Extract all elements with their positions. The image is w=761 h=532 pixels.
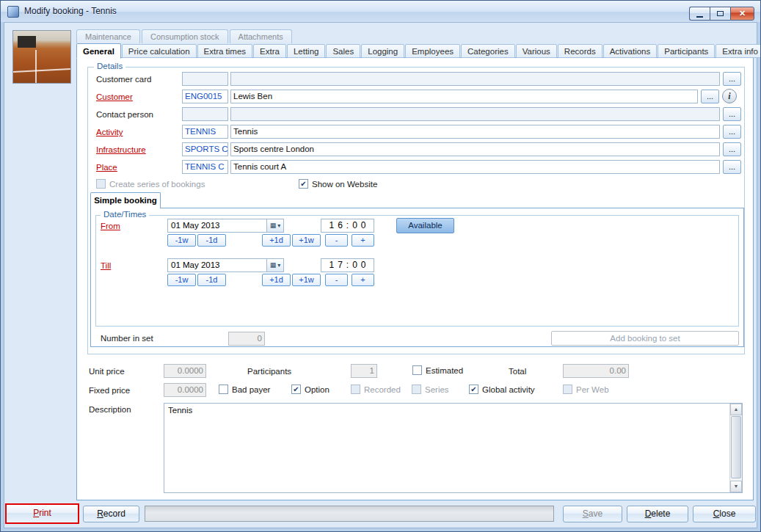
from-plus-hour-button[interactable]: + [352, 234, 374, 247]
add-booking-to-set-button[interactable]: Add booking to set [551, 331, 739, 346]
scrollbar-thumb[interactable] [731, 416, 741, 478]
from-minus-hour-button[interactable]: - [325, 234, 348, 247]
option-label: Option [305, 385, 329, 394]
till-minus-day-button[interactable]: -1d [197, 274, 226, 286]
contact-person-label: Contact person [96, 110, 153, 119]
check-icon: ✔ [293, 385, 299, 393]
scroll-down-icon[interactable]: ▼ [730, 481, 742, 492]
customer-card-label: Customer card [96, 75, 151, 84]
customer-lookup-button[interactable]: ... [701, 90, 719, 103]
till-plus-day-button[interactable]: +1d [262, 274, 291, 286]
photo-detail [35, 50, 37, 84]
bad-payer-checkbox[interactable]: Bad payer [219, 385, 270, 394]
date-times-group-legend: Date/Times [101, 210, 149, 219]
till-plus-week-button[interactable]: +1w [292, 274, 321, 286]
till-calendar-button[interactable]: ▦ ▾ [266, 259, 283, 272]
tab-categories[interactable]: Categories [461, 44, 515, 58]
details-group-legend: Details [94, 62, 125, 70]
from-calendar-button[interactable]: ▦ ▾ [266, 219, 283, 232]
from-minus-week-button[interactable]: -1w [167, 234, 196, 247]
activity-code-field[interactable]: TENNIS [182, 125, 228, 139]
estimated-checkbox[interactable]: Estimated [412, 365, 463, 375]
scroll-up-icon[interactable]: ▲ [730, 404, 742, 415]
tab-participants[interactable]: Participants [658, 44, 715, 58]
infrastructure-label[interactable]: Infrastructure [96, 145, 146, 154]
contact-person-lookup-button[interactable]: ... [723, 107, 741, 121]
customer-value-field[interactable]: Lewis Ben [230, 90, 698, 103]
customer-card-code-field[interactable] [182, 72, 228, 86]
global-activity-checkbox[interactable]: ✔ Global activity [469, 385, 535, 394]
tab-simple-booking[interactable]: Simple booking [90, 192, 161, 208]
tab-activations[interactable]: Activations [603, 44, 658, 58]
place-lookup-button[interactable]: ... [723, 160, 741, 174]
from-date-field[interactable]: 01 May 2013 ▦ ▾ [167, 219, 284, 233]
from-time-field[interactable]: 16:00 [321, 219, 374, 233]
tab-logging[interactable]: Logging [361, 44, 404, 58]
chevron-down-icon: ▾ [277, 263, 280, 269]
checkbox-box: ✔ [469, 385, 478, 394]
close-dialog-button[interactable]: Close [693, 506, 756, 522]
tab-general[interactable]: General [76, 43, 121, 59]
tab-extra-times[interactable]: Extra times [197, 44, 253, 58]
customer-label[interactable]: Customer [96, 92, 133, 101]
place-label[interactable]: Place [96, 163, 117, 172]
record-button[interactable]: Record [83, 506, 139, 522]
from-label[interactable]: From [101, 222, 120, 230]
per-web-checkbox: Per Web [563, 385, 609, 394]
from-minus-day-button[interactable]: -1d [197, 234, 226, 247]
till-time-field[interactable]: 17:00 [321, 258, 374, 272]
customer-card-value-field[interactable] [230, 72, 720, 86]
description-textarea[interactable]: Tennis ▲ ▼ [164, 403, 743, 493]
title-bar[interactable]: Modify booking - Tennis ✕ [1, 1, 760, 22]
window-title: Modify booking - Tennis [24, 6, 117, 16]
infrastructure-value-field[interactable]: Sports centre London [230, 142, 720, 156]
show-on-website-checkbox[interactable]: ✔ Show on Website [299, 179, 377, 189]
tab-maintenance[interactable]: Maintenance [76, 29, 140, 43]
tab-sales[interactable]: Sales [326, 44, 360, 58]
customer-card-lookup-button[interactable]: ... [723, 72, 741, 86]
available-button[interactable]: Available [396, 218, 454, 233]
infrastructure-code-field[interactable]: SPORTS C [182, 142, 228, 156]
estimated-label: Estimated [426, 366, 463, 375]
checkbox-box [219, 385, 228, 394]
till-minus-hour-button[interactable]: - [325, 274, 348, 286]
booking-photo [12, 30, 71, 84]
close-button[interactable]: ✕ [730, 7, 754, 21]
customer-code-field[interactable]: ENG0015 [182, 90, 228, 103]
calendar-icon: ▦ [270, 262, 277, 269]
checkbox-box: ✔ [291, 385, 301, 394]
save-button[interactable]: Save [563, 506, 622, 522]
activity-label[interactable]: Activity [96, 128, 123, 136]
till-plus-hour-button[interactable]: + [352, 274, 374, 286]
option-checkbox[interactable]: ✔ Option [291, 385, 329, 394]
tab-price-calculation[interactable]: Price calculation [122, 44, 197, 58]
tab-consumption-stock[interactable]: Consumption stock [142, 29, 228, 43]
activity-value-field[interactable]: Tennis [230, 125, 720, 139]
from-plus-week-button[interactable]: +1w [292, 234, 321, 247]
place-code-field[interactable]: TENNIS C [182, 160, 228, 174]
tab-extra-info[interactable]: Extra info [716, 44, 761, 58]
place-value-field[interactable]: Tennis court A [230, 160, 720, 174]
activity-lookup-button[interactable]: ... [723, 125, 741, 139]
tab-extra[interactable]: Extra [253, 44, 286, 58]
infrastructure-lookup-button[interactable]: ... [723, 142, 741, 156]
customer-info-button[interactable]: i [722, 89, 737, 103]
till-label[interactable]: Till [101, 261, 111, 270]
contact-person-code-field[interactable] [182, 107, 228, 121]
description-scrollbar[interactable]: ▲ ▼ [729, 404, 742, 492]
tab-attachments[interactable]: Attachments [230, 29, 292, 43]
till-date-field[interactable]: 01 May 2013 ▦ ▾ [167, 258, 284, 272]
maximize-button[interactable] [710, 7, 730, 21]
contact-person-value-field[interactable] [230, 107, 720, 121]
checkbox-box [351, 385, 360, 394]
tab-records[interactable]: Records [558, 44, 602, 58]
print-button[interactable]: Print [5, 503, 79, 524]
till-minus-week-button[interactable]: -1w [167, 274, 196, 286]
tab-letting[interactable]: Letting [287, 44, 326, 58]
tab-various[interactable]: Various [516, 44, 557, 58]
total-field: 0.00 [563, 364, 629, 378]
delete-button[interactable]: Delete [627, 506, 688, 522]
minimize-button[interactable] [689, 7, 710, 21]
from-plus-day-button[interactable]: +1d [262, 234, 291, 247]
tab-employees[interactable]: Employees [405, 44, 460, 58]
